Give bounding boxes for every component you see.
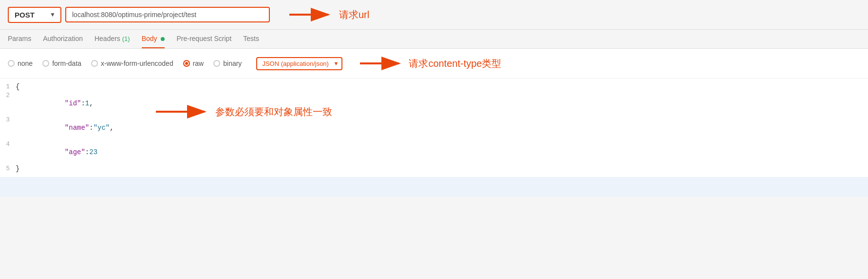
radio-urlencoded-circle <box>91 60 98 67</box>
radio-raw[interactable]: raw <box>183 60 204 67</box>
radio-none-circle <box>8 60 15 67</box>
tab-authorization[interactable]: Authorization <box>43 30 83 48</box>
radio-none[interactable]: none <box>8 60 33 67</box>
url-input[interactable] <box>72 11 263 19</box>
params-arrow-icon <box>156 103 209 120</box>
content-type-wrapper: JSON (application/json) Text JavaScript … <box>256 57 342 70</box>
body-options-bar: none form-data x-www-form-urlencoded raw… <box>0 49 868 79</box>
line-content-2: "id":1, <box>16 92 868 115</box>
line-content-5: } <box>16 165 868 173</box>
line-num-5: 5 <box>0 165 16 172</box>
radio-urlencoded[interactable]: x-www-form-urlencoded <box>91 60 173 67</box>
headers-badge: (1) <box>122 35 130 42</box>
radio-raw-circle <box>183 60 190 67</box>
line-num-1: 1 <box>0 83 16 90</box>
code-line-1: 1 { <box>0 82 868 91</box>
radio-form-data-circle <box>42 60 49 67</box>
url-annotation-label: 请求url <box>339 8 369 21</box>
content-type-arrow-icon <box>360 55 404 72</box>
content-type-annotation: 请求content-type类型 <box>360 55 501 72</box>
code-line-2: 2 "id":1, <box>0 91 868 116</box>
url-input-wrapper <box>65 7 270 22</box>
code-line-4: 4 "age":23 <box>0 140 868 164</box>
content-type-select[interactable]: JSON (application/json) Text JavaScript … <box>262 60 337 67</box>
code-line-3: 3 "name":"yc", <box>0 116 868 140</box>
params-annotation: 参数必须要和对象属性一致 <box>156 103 332 120</box>
method-select-wrapper: POST GET PUT DELETE ▼ <box>8 7 61 23</box>
top-bar: POST GET PUT DELETE ▼ 请求url <box>0 0 868 30</box>
code-editor-area: 1 { 2 "id":1, 3 "name":"yc", 4 "age":23 <box>0 79 868 197</box>
radio-binary[interactable]: binary <box>213 60 242 67</box>
params-annotation-label: 参数必须要和对象属性一致 <box>215 105 332 119</box>
line-num-2: 2 <box>0 92 16 99</box>
tabs-section: Params Authorization Headers (1) Body Pr… <box>0 30 868 49</box>
line-num-3: 3 <box>0 116 16 123</box>
content-type-annotation-label: 请求content-type类型 <box>409 57 501 70</box>
code-line-5: 5 } <box>0 164 868 173</box>
url-arrow-icon <box>289 6 333 23</box>
tab-body[interactable]: Body <box>142 30 165 48</box>
line-content-3: "name":"yc", <box>16 116 868 140</box>
method-select[interactable]: POST GET PUT DELETE <box>15 11 53 19</box>
tab-tests[interactable]: Tests <box>243 30 259 48</box>
radio-binary-circle <box>213 60 220 67</box>
radio-form-data[interactable]: form-data <box>42 60 81 67</box>
tabs-bar: Params Authorization Headers (1) Body Pr… <box>0 30 868 49</box>
tab-params[interactable]: Params <box>8 30 31 48</box>
line-content-1: { <box>16 83 868 91</box>
tab-headers[interactable]: Headers (1) <box>94 30 130 48</box>
body-active-dot <box>161 37 165 41</box>
url-annotation: 请求url <box>289 6 369 23</box>
line-content-4: "age":23 <box>16 140 868 164</box>
code-editor[interactable]: 1 { 2 "id":1, 3 "name":"yc", 4 "age":23 <box>0 79 868 177</box>
tab-pre-request[interactable]: Pre-request Script <box>176 30 231 48</box>
line-num-4: 4 <box>0 140 16 148</box>
